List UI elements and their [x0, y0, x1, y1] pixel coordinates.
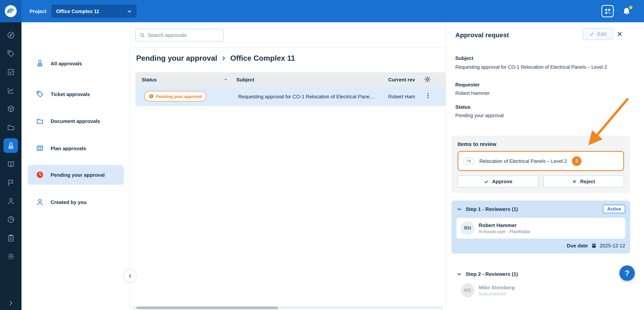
divider — [130, 47, 446, 48]
main-content: Pending your approval Office Complex 11 … — [130, 22, 446, 310]
reviewer-card: MS Mike Steinberg Subcontractor — [461, 283, 515, 297]
chevron-down-icon — [127, 9, 132, 14]
close-icon — [616, 31, 623, 37]
sidebar-item-label: Plan approvals — [51, 145, 86, 151]
project-dropdown[interactable]: Office Complex 11 — [52, 5, 136, 18]
status-value: Pending your approval — [455, 113, 504, 118]
horizontal-scrollbar-thumb[interactable] — [136, 306, 278, 309]
due-date-row: Due date 2025-12-12 — [456, 243, 625, 249]
review-item[interactable]: 79 Relocation of Electrical Panels – Lev… — [458, 151, 624, 171]
items-to-review-section: Items to review 79 Relocation of Electri… — [452, 136, 630, 193]
sidebar-item-ticket-approvals[interactable]: Ticket approvals — [28, 84, 124, 104]
icon-rail — [0, 22, 22, 310]
rail-item-analytics[interactable] — [0, 81, 22, 99]
sidebar-item-created-by-you[interactable]: Created by you — [28, 192, 124, 212]
status-label: Status — [455, 104, 470, 110]
pie-chart-icon — [7, 215, 15, 223]
rail-item-tags[interactable] — [0, 44, 22, 63]
map-icon — [36, 144, 44, 152]
subject-label: Subject — [455, 55, 473, 61]
qr-icon — [604, 8, 611, 15]
reviewer-role: In-house user - PlanRadar — [479, 229, 530, 234]
approval-table-row[interactable]: Pending your approval Requesting approva… — [136, 87, 446, 106]
planradar-logo[interactable] — [0, 0, 22, 22]
clock-icon — [36, 171, 44, 179]
notification-dot — [629, 6, 632, 9]
search-approvals-box[interactable] — [136, 29, 224, 42]
approval-actions: Approve Reject — [458, 176, 624, 188]
rail-expand-button[interactable] — [0, 300, 22, 306]
search-input[interactable] — [148, 32, 220, 38]
sidebar-item-workflow-settings[interactable]: Workflow settings — [28, 307, 124, 310]
step-1-header[interactable]: Step 1 - Reviewers (1) Active — [456, 205, 625, 213]
rail-item-approvals[interactable] — [0, 136, 22, 155]
chart-icon — [7, 86, 15, 94]
sidebar-collapse-button[interactable] — [124, 269, 136, 282]
rail-item-contacts[interactable] — [0, 192, 22, 210]
compass-icon — [7, 31, 15, 39]
approve-button[interactable]: Approve — [458, 176, 538, 188]
approval-request-panel: Approval request Edit Subject Requesting… — [446, 22, 644, 310]
rail-item-forms[interactable] — [0, 229, 22, 247]
row-menu-button[interactable] — [424, 92, 432, 99]
breadcrumb: Pending your approval Office Complex 11 — [136, 54, 295, 63]
rail-item-documents[interactable] — [0, 118, 22, 136]
qr-connect-button[interactable] — [602, 5, 614, 17]
reviewer-card: RH Robert Hammer In-house user - PlanRad… — [456, 218, 625, 239]
help-button[interactable]: ? — [620, 265, 635, 281]
step-1-card: Step 1 - Reviewers (1) Active RH Robert … — [452, 201, 630, 253]
sort-ascending-icon[interactable] — [224, 77, 228, 81]
notifications-button[interactable] — [622, 7, 631, 16]
rail-item-bim[interactable] — [0, 99, 22, 118]
book-icon — [7, 160, 15, 168]
rail-item-settings[interactable] — [0, 247, 22, 265]
planradar-logo-icon — [4, 5, 17, 18]
sidebar-item-pending-your-approval[interactable]: Pending your approval — [28, 165, 124, 185]
row-current-rev: Robert Ham — [388, 87, 415, 106]
due-date-label: Due date — [567, 243, 588, 249]
person-icon — [36, 198, 44, 206]
approve-button-label: Approve — [492, 179, 512, 184]
items-to-review-title: Items to review — [458, 141, 624, 147]
sidebar-item-plan-approvals[interactable]: Plan approvals — [28, 138, 124, 158]
gear-icon — [424, 76, 431, 83]
tag-icon — [7, 49, 15, 57]
chevron-down-icon — [456, 271, 462, 277]
review-item-number-badge: 79 — [463, 157, 474, 165]
step-2-header[interactable]: Step 2 - Reviewers (1) — [456, 271, 518, 277]
tag-icon — [36, 90, 44, 98]
topbar: Project Office Complex 11 — [0, 0, 644, 22]
column-current-rev[interactable]: Current rev — [388, 72, 415, 87]
sidebar-item-all-approvals[interactable]: All approvals — [28, 53, 124, 73]
reject-button-label: Reject — [580, 179, 595, 184]
kebab-icon — [424, 92, 432, 99]
gear-icon — [7, 252, 15, 260]
stamp-icon — [36, 60, 44, 67]
rail-item-reports[interactable] — [0, 210, 22, 229]
chevron-left-icon — [128, 273, 132, 278]
edit-button-label: Edit — [597, 31, 606, 37]
chevron-down-icon — [456, 206, 462, 212]
pencil-icon — [589, 31, 594, 37]
step-2-title: Step 2 - Reviewers (1) — [466, 271, 518, 277]
cube-icon — [7, 105, 15, 113]
close-panel-button[interactable] — [616, 31, 623, 37]
table-header: Status Subject Current rev — [136, 72, 446, 87]
rail-item-feedback[interactable] — [0, 173, 22, 192]
rail-item-tasks[interactable] — [0, 63, 22, 81]
column-subject[interactable]: Subject — [236, 72, 254, 87]
breadcrumb-section[interactable]: Pending your approval — [136, 54, 217, 63]
sidebar-item-document-approvals[interactable]: Document approvals — [28, 111, 124, 131]
flag-icon — [7, 179, 15, 187]
table-settings-button[interactable] — [424, 76, 431, 83]
rail-item-library[interactable] — [0, 155, 22, 173]
clock-icon — [149, 94, 154, 99]
sidebar: All approvals Ticket approvals Document … — [22, 22, 130, 310]
person-icon — [7, 197, 15, 205]
reject-button[interactable]: Reject — [543, 176, 624, 188]
column-status[interactable]: Status — [142, 72, 157, 87]
step-1-title: Step 1 - Reviewers (1) — [466, 206, 603, 212]
edit-button[interactable]: Edit — [583, 28, 613, 40]
rail-item-dashboard[interactable] — [0, 26, 22, 44]
search-icon — [140, 32, 145, 38]
